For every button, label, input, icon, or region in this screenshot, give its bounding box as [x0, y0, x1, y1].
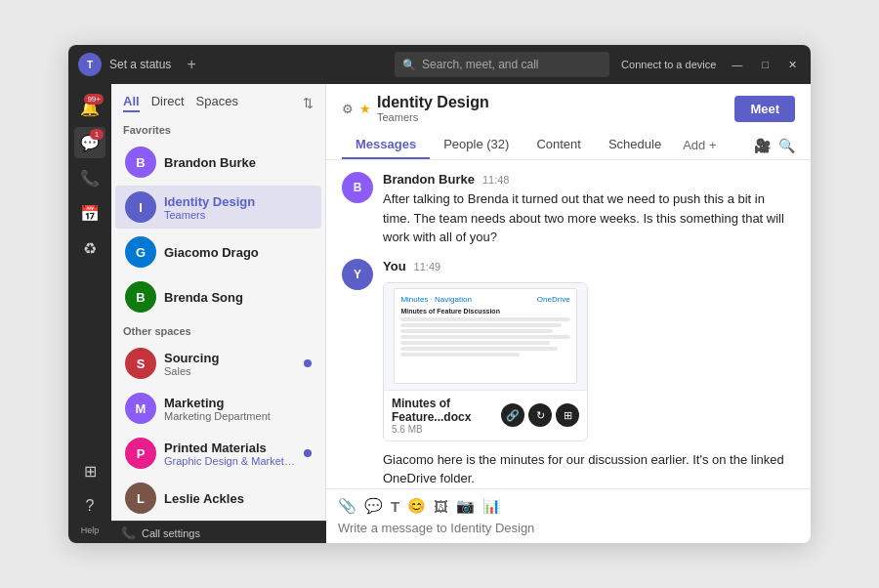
tab-people[interactable]: People (32): [430, 131, 523, 159]
main-layout: 🔔 99+ 💬 1 📞 📅 ♻ ⊞ ?: [68, 84, 811, 543]
chat-area: ⚙ ★ Identity Design Teamers Meet Message…: [326, 84, 811, 543]
chat-nav-right: 🎥 🔍: [754, 138, 795, 153]
tab-add[interactable]: Add +: [675, 132, 724, 158]
printed-avatar: P: [125, 438, 156, 469]
more-compose-icon[interactable]: 📊: [482, 497, 501, 515]
tab-spaces[interactable]: Spaces: [196, 94, 238, 112]
sticker-icon[interactable]: 📷: [456, 497, 475, 515]
printed-info: Printed Materials Graphic Design & Marke…: [164, 441, 296, 467]
call-settings-bar[interactable]: 📞 Call settings: [111, 521, 326, 543]
identity-sub: Teamers: [164, 209, 312, 221]
chat-settings-icon[interactable]: ⚙: [342, 102, 354, 116]
channel-item-marketing[interactable]: M Marketing Marketing Department: [115, 387, 321, 430]
channel-list: All Direct Spaces ⇅ Favorites B Brandon …: [111, 84, 326, 521]
title-bar-right: Connect to a device — □ ✕: [621, 59, 801, 71]
meet-button[interactable]: Meet: [734, 96, 795, 122]
call-settings-icon: 📞: [121, 526, 136, 540]
title-bar: T Set a status + 🔍 Search, meet, and cal…: [68, 45, 811, 84]
file-size: 5.6 MB: [392, 424, 501, 435]
leslie-info: Leslie Ackles: [164, 491, 312, 506]
attach-icon[interactable]: 📎: [338, 497, 356, 515]
tab-messages[interactable]: Messages: [342, 131, 430, 159]
status-text[interactable]: Set a status: [109, 58, 171, 71]
sidebar-item-apps[interactable]: ⊞: [74, 455, 105, 486]
sourcing-sub: Sales: [164, 365, 296, 377]
leslie-avatar: L: [125, 483, 156, 514]
chat-star-icon[interactable]: ★: [359, 102, 371, 116]
apps-icon: ⊞: [84, 462, 97, 481]
sidebar-item-teams[interactable]: ♻: [74, 232, 105, 264]
marketing-info: Marketing Marketing Department: [164, 396, 312, 422]
title-bar-left: T Set a status +: [78, 53, 395, 76]
new-tab-button[interactable]: +: [187, 56, 195, 73]
tab-schedule[interactable]: Schedule: [595, 131, 675, 159]
printed-name: Printed Materials: [164, 441, 296, 455]
channel-item-brenda[interactable]: B Brenda Song: [115, 275, 321, 318]
file-footer: Minutes of Feature...docx 5.6 MB 🔗 ↻ ⊞: [384, 391, 587, 441]
msg1-content: Brandon Burke 11:48 After talking to Bre…: [383, 172, 795, 247]
file-name: Minutes of Feature...docx: [392, 397, 501, 424]
file-info: Minutes of Feature...docx 5.6 MB: [392, 397, 501, 435]
search-bar[interactable]: 🔍 Search, meet, and call: [395, 52, 609, 77]
marketing-sub: Marketing Department: [164, 410, 312, 422]
compose-toolbar: 📎 💬 T 😊 🖼 📷 📊: [338, 497, 799, 515]
doc-title: Minutes of Feature Discussion: [400, 308, 569, 315]
sidebar-item-chat[interactable]: 💬 1: [74, 127, 105, 158]
sidebar-item-calendar[interactable]: 📅: [74, 197, 105, 229]
message-row-2: Y You 11:49 Minutes · Navigation: [342, 259, 795, 488]
doc-lines: [400, 317, 569, 357]
msg2-body-text: Giacomo here is the minutes for our disc…: [383, 450, 795, 488]
sourcing-dot: [304, 359, 312, 367]
brenda-avatar: B: [125, 281, 156, 313]
giacomo-avatar: G: [125, 236, 156, 268]
left-panel: All Direct Spaces ⇅ Favorites B Brandon …: [111, 84, 326, 543]
sidebar-item-help[interactable]: ?: [74, 490, 105, 522]
gif-icon[interactable]: 🖼: [434, 498, 448, 515]
connect-device-label[interactable]: Connect to a device: [621, 59, 716, 70]
messages-area: B Brandon Burke 11:48 After talking to B…: [326, 160, 811, 488]
search-chat-icon[interactable]: 🔍: [778, 138, 795, 153]
compose-input[interactable]: [338, 521, 799, 535]
app-avatar: T: [78, 53, 102, 76]
minimize-button[interactable]: —: [728, 59, 746, 70]
chat-nav-tabs: Messages People (32) Content Schedule Ad…: [342, 131, 795, 159]
file-link-button[interactable]: 🔗: [501, 403, 524, 427]
file-refresh-button[interactable]: ↻: [528, 403, 552, 427]
section-favorites-label: Favorites: [111, 118, 325, 140]
close-button[interactable]: ✕: [784, 59, 801, 71]
sourcing-avatar: S: [125, 348, 156, 379]
tab-all[interactable]: All: [123, 94, 140, 112]
msg1-text: After talking to Brenda it turned out th…: [383, 189, 795, 247]
message-row-1: B Brandon Burke 11:48 After talking to B…: [342, 172, 795, 247]
chat-badge: 1: [90, 129, 104, 140]
filter-icon[interactable]: ⇅: [303, 96, 314, 110]
maximize-button[interactable]: □: [758, 59, 773, 70]
format-icon[interactable]: 💬: [364, 497, 383, 515]
chat-subtitle: Teamers: [377, 111, 489, 123]
teams-icon: ♻: [83, 239, 97, 258]
sidebar-item-activity[interactable]: 🔔 99+: [74, 92, 105, 123]
file-preview: Minutes · Navigation OneDrive Minutes of…: [384, 283, 587, 391]
msg2-header: You 11:49: [383, 259, 795, 273]
emoji-icon[interactable]: 😊: [407, 497, 426, 515]
marketing-avatar: M: [125, 393, 156, 424]
channel-item-printed[interactable]: P Printed Materials Graphic Design & Mar…: [115, 432, 321, 475]
giacomo-name: Giacomo Drago: [164, 245, 312, 260]
channel-item-leslie[interactable]: L Leslie Ackles: [115, 477, 321, 520]
channel-item-brandon[interactable]: B Brandon Burke: [115, 141, 321, 184]
tab-content[interactable]: Content: [523, 131, 595, 159]
text-icon[interactable]: T: [391, 498, 399, 515]
onedrive-label: OneDrive: [537, 295, 570, 304]
sidebar-item-calls[interactable]: 📞: [74, 162, 105, 193]
chat-header: ⚙ ★ Identity Design Teamers Meet Message…: [326, 84, 811, 160]
printed-dot: [304, 449, 312, 457]
video-icon[interactable]: 🎥: [754, 138, 771, 153]
file-more-button[interactable]: ⊞: [556, 403, 579, 427]
help-icon: ?: [86, 497, 95, 515]
channel-item-sourcing[interactable]: S Sourcing Sales: [115, 342, 321, 385]
channel-item-identity-design[interactable]: I Identity Design Teamers: [115, 186, 321, 229]
sourcing-info: Sourcing Sales: [164, 351, 296, 377]
tab-direct[interactable]: Direct: [151, 94, 185, 112]
channel-item-giacomo[interactable]: G Giacomo Drago: [115, 231, 321, 273]
file-preview-doc: Minutes · Navigation OneDrive Minutes of…: [394, 288, 576, 384]
